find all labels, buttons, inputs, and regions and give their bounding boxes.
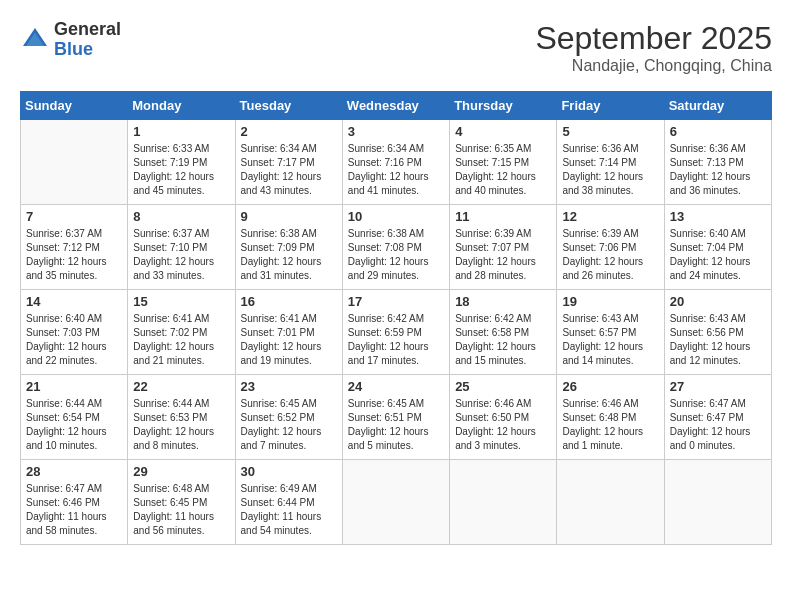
calendar-cell: 5Sunrise: 6:36 AM Sunset: 7:14 PM Daylig… bbox=[557, 120, 664, 205]
calendar-cell: 9Sunrise: 6:38 AM Sunset: 7:09 PM Daylig… bbox=[235, 205, 342, 290]
day-info: Sunrise: 6:39 AM Sunset: 7:06 PM Dayligh… bbox=[562, 227, 658, 283]
day-number: 23 bbox=[241, 379, 337, 394]
calendar-cell: 4Sunrise: 6:35 AM Sunset: 7:15 PM Daylig… bbox=[450, 120, 557, 205]
day-number: 5 bbox=[562, 124, 658, 139]
day-number: 18 bbox=[455, 294, 551, 309]
day-number: 26 bbox=[562, 379, 658, 394]
day-info: Sunrise: 6:42 AM Sunset: 6:58 PM Dayligh… bbox=[455, 312, 551, 368]
day-number: 27 bbox=[670, 379, 766, 394]
day-number: 20 bbox=[670, 294, 766, 309]
day-number: 15 bbox=[133, 294, 229, 309]
day-number: 8 bbox=[133, 209, 229, 224]
day-number: 12 bbox=[562, 209, 658, 224]
calendar-cell: 28Sunrise: 6:47 AM Sunset: 6:46 PM Dayli… bbox=[21, 460, 128, 545]
calendar-cell: 21Sunrise: 6:44 AM Sunset: 6:54 PM Dayli… bbox=[21, 375, 128, 460]
day-info: Sunrise: 6:39 AM Sunset: 7:07 PM Dayligh… bbox=[455, 227, 551, 283]
day-info: Sunrise: 6:41 AM Sunset: 7:02 PM Dayligh… bbox=[133, 312, 229, 368]
weekday-header: Thursday bbox=[450, 92, 557, 120]
calendar-table: SundayMondayTuesdayWednesdayThursdayFrid… bbox=[20, 91, 772, 545]
calendar-week-row: 21Sunrise: 6:44 AM Sunset: 6:54 PM Dayli… bbox=[21, 375, 772, 460]
day-number: 17 bbox=[348, 294, 444, 309]
day-info: Sunrise: 6:36 AM Sunset: 7:14 PM Dayligh… bbox=[562, 142, 658, 198]
day-info: Sunrise: 6:37 AM Sunset: 7:12 PM Dayligh… bbox=[26, 227, 122, 283]
page-header: General Blue September 2025 Nandajie, Ch… bbox=[20, 20, 772, 75]
calendar-cell: 14Sunrise: 6:40 AM Sunset: 7:03 PM Dayli… bbox=[21, 290, 128, 375]
day-info: Sunrise: 6:47 AM Sunset: 6:46 PM Dayligh… bbox=[26, 482, 122, 538]
calendar-cell: 8Sunrise: 6:37 AM Sunset: 7:10 PM Daylig… bbox=[128, 205, 235, 290]
day-number: 3 bbox=[348, 124, 444, 139]
logo-blue-text: Blue bbox=[54, 40, 121, 60]
day-number: 7 bbox=[26, 209, 122, 224]
day-info: Sunrise: 6:40 AM Sunset: 7:04 PM Dayligh… bbox=[670, 227, 766, 283]
day-info: Sunrise: 6:49 AM Sunset: 6:44 PM Dayligh… bbox=[241, 482, 337, 538]
day-number: 2 bbox=[241, 124, 337, 139]
calendar-cell: 22Sunrise: 6:44 AM Sunset: 6:53 PM Dayli… bbox=[128, 375, 235, 460]
day-info: Sunrise: 6:35 AM Sunset: 7:15 PM Dayligh… bbox=[455, 142, 551, 198]
day-info: Sunrise: 6:44 AM Sunset: 6:53 PM Dayligh… bbox=[133, 397, 229, 453]
calendar-cell: 2Sunrise: 6:34 AM Sunset: 7:17 PM Daylig… bbox=[235, 120, 342, 205]
day-number: 21 bbox=[26, 379, 122, 394]
calendar-week-row: 28Sunrise: 6:47 AM Sunset: 6:46 PM Dayli… bbox=[21, 460, 772, 545]
day-number: 6 bbox=[670, 124, 766, 139]
calendar-cell bbox=[664, 460, 771, 545]
day-info: Sunrise: 6:45 AM Sunset: 6:51 PM Dayligh… bbox=[348, 397, 444, 453]
calendar-cell: 25Sunrise: 6:46 AM Sunset: 6:50 PM Dayli… bbox=[450, 375, 557, 460]
day-number: 24 bbox=[348, 379, 444, 394]
weekday-header: Saturday bbox=[664, 92, 771, 120]
day-number: 4 bbox=[455, 124, 551, 139]
calendar-cell: 6Sunrise: 6:36 AM Sunset: 7:13 PM Daylig… bbox=[664, 120, 771, 205]
day-info: Sunrise: 6:46 AM Sunset: 6:50 PM Dayligh… bbox=[455, 397, 551, 453]
day-info: Sunrise: 6:44 AM Sunset: 6:54 PM Dayligh… bbox=[26, 397, 122, 453]
calendar-cell: 24Sunrise: 6:45 AM Sunset: 6:51 PM Dayli… bbox=[342, 375, 449, 460]
calendar-cell: 16Sunrise: 6:41 AM Sunset: 7:01 PM Dayli… bbox=[235, 290, 342, 375]
day-info: Sunrise: 6:40 AM Sunset: 7:03 PM Dayligh… bbox=[26, 312, 122, 368]
day-number: 19 bbox=[562, 294, 658, 309]
day-info: Sunrise: 6:45 AM Sunset: 6:52 PM Dayligh… bbox=[241, 397, 337, 453]
calendar-cell: 27Sunrise: 6:47 AM Sunset: 6:47 PM Dayli… bbox=[664, 375, 771, 460]
day-number: 1 bbox=[133, 124, 229, 139]
day-info: Sunrise: 6:48 AM Sunset: 6:45 PM Dayligh… bbox=[133, 482, 229, 538]
calendar-cell: 23Sunrise: 6:45 AM Sunset: 6:52 PM Dayli… bbox=[235, 375, 342, 460]
day-info: Sunrise: 6:43 AM Sunset: 6:56 PM Dayligh… bbox=[670, 312, 766, 368]
calendar-cell bbox=[21, 120, 128, 205]
calendar-cell: 20Sunrise: 6:43 AM Sunset: 6:56 PM Dayli… bbox=[664, 290, 771, 375]
calendar-cell: 18Sunrise: 6:42 AM Sunset: 6:58 PM Dayli… bbox=[450, 290, 557, 375]
day-number: 30 bbox=[241, 464, 337, 479]
logo-general-text: General bbox=[54, 20, 121, 40]
weekday-header: Monday bbox=[128, 92, 235, 120]
day-info: Sunrise: 6:41 AM Sunset: 7:01 PM Dayligh… bbox=[241, 312, 337, 368]
calendar-cell: 15Sunrise: 6:41 AM Sunset: 7:02 PM Dayli… bbox=[128, 290, 235, 375]
day-info: Sunrise: 6:46 AM Sunset: 6:48 PM Dayligh… bbox=[562, 397, 658, 453]
calendar-cell bbox=[557, 460, 664, 545]
day-number: 13 bbox=[670, 209, 766, 224]
day-number: 9 bbox=[241, 209, 337, 224]
day-number: 14 bbox=[26, 294, 122, 309]
calendar-cell: 1Sunrise: 6:33 AM Sunset: 7:19 PM Daylig… bbox=[128, 120, 235, 205]
calendar-cell: 13Sunrise: 6:40 AM Sunset: 7:04 PM Dayli… bbox=[664, 205, 771, 290]
month-title: September 2025 bbox=[535, 20, 772, 57]
day-info: Sunrise: 6:36 AM Sunset: 7:13 PM Dayligh… bbox=[670, 142, 766, 198]
calendar-cell: 29Sunrise: 6:48 AM Sunset: 6:45 PM Dayli… bbox=[128, 460, 235, 545]
day-number: 16 bbox=[241, 294, 337, 309]
calendar-cell: 30Sunrise: 6:49 AM Sunset: 6:44 PM Dayli… bbox=[235, 460, 342, 545]
day-number: 28 bbox=[26, 464, 122, 479]
day-number: 25 bbox=[455, 379, 551, 394]
calendar-cell bbox=[450, 460, 557, 545]
calendar-cell: 19Sunrise: 6:43 AM Sunset: 6:57 PM Dayli… bbox=[557, 290, 664, 375]
day-number: 10 bbox=[348, 209, 444, 224]
calendar-cell: 26Sunrise: 6:46 AM Sunset: 6:48 PM Dayli… bbox=[557, 375, 664, 460]
day-number: 29 bbox=[133, 464, 229, 479]
calendar-cell: 12Sunrise: 6:39 AM Sunset: 7:06 PM Dayli… bbox=[557, 205, 664, 290]
calendar-week-row: 7Sunrise: 6:37 AM Sunset: 7:12 PM Daylig… bbox=[21, 205, 772, 290]
day-info: Sunrise: 6:38 AM Sunset: 7:08 PM Dayligh… bbox=[348, 227, 444, 283]
location-title: Nandajie, Chongqing, China bbox=[535, 57, 772, 75]
weekday-header: Sunday bbox=[21, 92, 128, 120]
weekday-header: Wednesday bbox=[342, 92, 449, 120]
weekday-header: Tuesday bbox=[235, 92, 342, 120]
logo-icon bbox=[20, 25, 50, 55]
day-info: Sunrise: 6:37 AM Sunset: 7:10 PM Dayligh… bbox=[133, 227, 229, 283]
day-info: Sunrise: 6:47 AM Sunset: 6:47 PM Dayligh… bbox=[670, 397, 766, 453]
calendar-week-row: 14Sunrise: 6:40 AM Sunset: 7:03 PM Dayli… bbox=[21, 290, 772, 375]
calendar-cell: 17Sunrise: 6:42 AM Sunset: 6:59 PM Dayli… bbox=[342, 290, 449, 375]
logo: General Blue bbox=[20, 20, 121, 60]
